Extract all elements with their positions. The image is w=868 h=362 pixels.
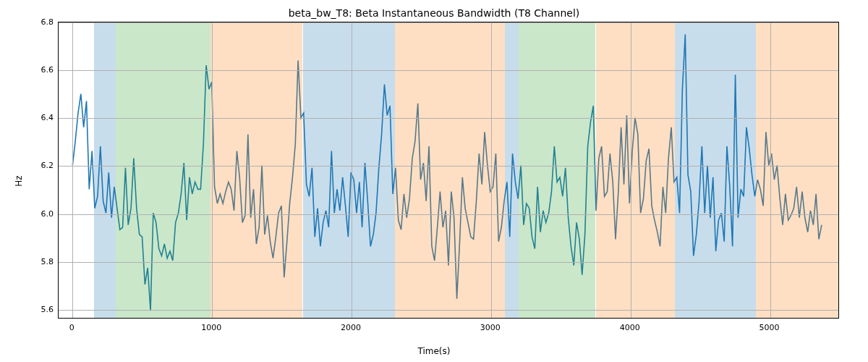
y-tick-label: 6.0 bbox=[10, 209, 54, 218]
y-tick-label: 5.6 bbox=[10, 304, 54, 313]
x-tick-label: 1000 bbox=[201, 323, 221, 332]
x-tick-label: 5000 bbox=[760, 323, 780, 332]
y-tick-label: 5.8 bbox=[10, 256, 54, 266]
y-tick-label: 6.8 bbox=[10, 17, 54, 27]
bg-span bbox=[210, 22, 302, 318]
x-tick-label: 4000 bbox=[620, 323, 640, 332]
bg-span bbox=[519, 22, 595, 318]
bg-span bbox=[505, 22, 519, 318]
gridline-h bbox=[59, 214, 838, 215]
x-tick-label: 3000 bbox=[480, 323, 501, 332]
gridline-v bbox=[631, 22, 631, 318]
bg-span bbox=[116, 22, 210, 318]
gridline-h bbox=[59, 22, 838, 23]
gridline-v bbox=[212, 22, 213, 318]
gridline-h bbox=[59, 310, 838, 311]
x-tick-label: 0 bbox=[69, 323, 75, 332]
y-tick-label: 6.4 bbox=[10, 113, 54, 122]
bg-span bbox=[675, 22, 756, 318]
gridline-v bbox=[491, 22, 492, 318]
gridline-h bbox=[59, 118, 838, 119]
gridline-h bbox=[59, 70, 838, 71]
plot-area bbox=[58, 22, 839, 319]
y-tick-label: 6.2 bbox=[10, 161, 54, 170]
bg-span bbox=[756, 22, 839, 318]
x-tick-label: 2000 bbox=[341, 323, 361, 332]
x-axis-label: Time(s) bbox=[0, 346, 868, 356]
y-axis-label: Hz bbox=[14, 175, 24, 186]
gridline-v bbox=[352, 22, 352, 318]
gridline-v bbox=[770, 22, 771, 318]
gridline-h bbox=[59, 166, 838, 167]
chart-title: beta_bw_T8: Beta Instantaneous Bandwidth… bbox=[0, 7, 868, 19]
y-tick-label: 6.6 bbox=[10, 65, 54, 75]
gridline-v bbox=[72, 22, 73, 318]
bg-span bbox=[395, 22, 505, 318]
bg-span bbox=[94, 22, 116, 318]
gridline-h bbox=[59, 262, 838, 263]
figure: beta_bw_T8: Beta Instantaneous Bandwidth… bbox=[0, 0, 868, 362]
bg-span bbox=[303, 22, 395, 318]
bg-span bbox=[596, 22, 676, 318]
